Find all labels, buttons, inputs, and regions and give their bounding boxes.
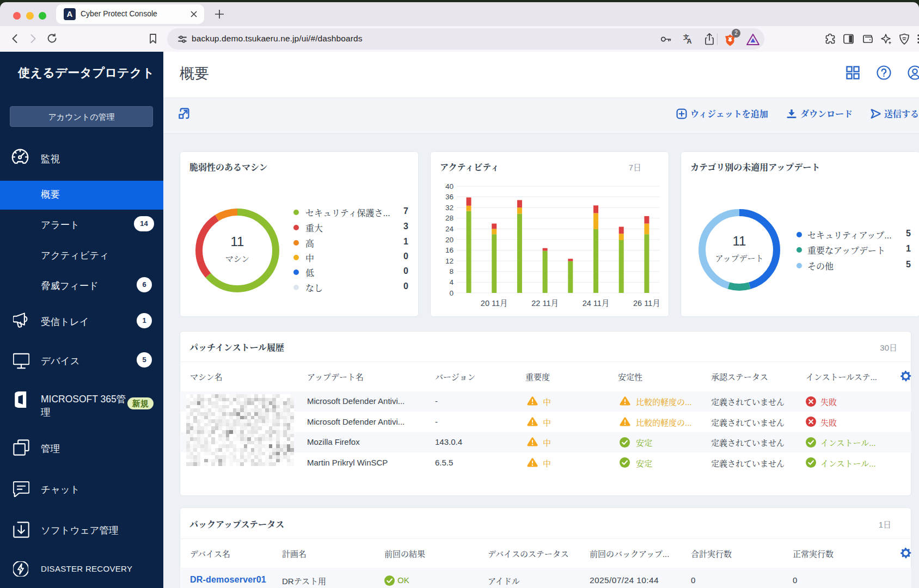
svg-text:24: 24 (445, 225, 454, 233)
svg-text:8: 8 (449, 267, 454, 275)
svg-text:16: 16 (445, 246, 454, 254)
svg-text:0: 0 (449, 289, 454, 297)
svg-text:12: 12 (445, 257, 454, 265)
svg-text:28: 28 (445, 214, 454, 222)
svg-text:20: 20 (445, 236, 454, 244)
svg-text:32: 32 (445, 204, 454, 212)
svg-text:4: 4 (449, 278, 454, 286)
svg-text:24 11月: 24 11月 (583, 299, 610, 308)
svg-text:A: A (687, 38, 692, 45)
svg-text:26 11月: 26 11月 (633, 299, 660, 308)
svg-text:20 11月: 20 11月 (481, 299, 508, 308)
svg-text:36: 36 (445, 193, 454, 201)
svg-text:22 11月: 22 11月 (531, 299, 559, 308)
svg-text:40: 40 (445, 182, 454, 191)
